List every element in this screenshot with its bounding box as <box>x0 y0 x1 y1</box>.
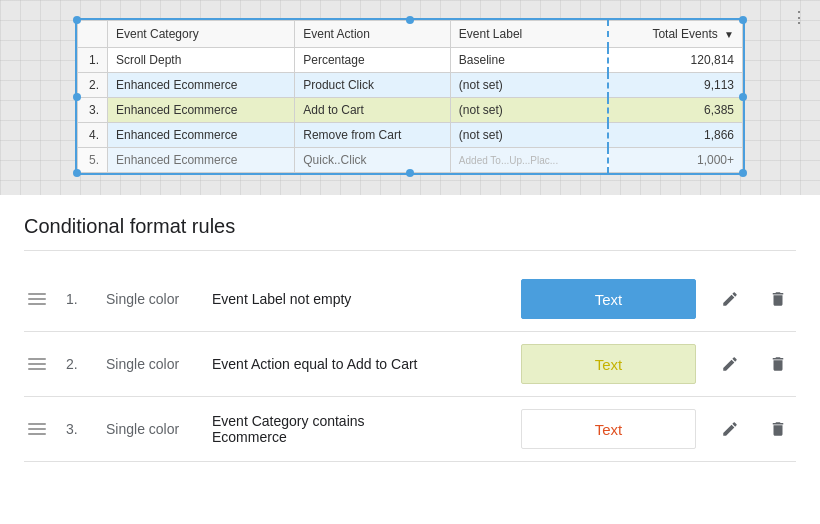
rule-actions-1 <box>712 281 796 317</box>
col-header-num <box>78 21 108 48</box>
drag-handle-2[interactable] <box>24 354 50 374</box>
delete-rule-2-button[interactable] <box>760 346 796 382</box>
drag-handle-1[interactable] <box>24 289 50 309</box>
trash-icon <box>769 290 787 308</box>
spreadsheet-preview: ⋮ Event Category Event Action Event Labe… <box>0 0 820 195</box>
sort-arrow-icon[interactable]: ▼ <box>724 29 734 40</box>
anchor-top-right[interactable] <box>739 16 747 24</box>
edit-rule-2-button[interactable] <box>712 346 748 382</box>
more-options-icon[interactable]: ⋮ <box>791 8 808 27</box>
rules-title: Conditional format rules <box>24 215 796 251</box>
trash-icon <box>769 355 787 373</box>
rules-section: Conditional format rules 1. Single color… <box>0 195 820 524</box>
rule-number-3: 3. <box>66 421 90 437</box>
rule-condition-3: Event Category contains Ecommerce <box>212 413 505 445</box>
rule-type-3: Single color <box>106 421 196 437</box>
rule-number-1: 1. <box>66 291 90 307</box>
rule-actions-3 <box>712 411 796 447</box>
rule-preview-2: Text <box>521 344 696 384</box>
anchor-mid-left[interactable] <box>73 93 81 101</box>
anchor-mid-right[interactable] <box>739 93 747 101</box>
edit-rule-3-button[interactable] <box>712 411 748 447</box>
rule-row-2: 2. Single color Event Action equal to Ad… <box>24 332 796 397</box>
rule-row-3: 3. Single color Event Category contains … <box>24 397 796 462</box>
rule-condition-1: Event Label not empty <box>212 291 505 307</box>
col-header-event-category: Event Category <box>108 21 295 48</box>
pencil-icon <box>721 355 739 373</box>
anchor-top-mid[interactable] <box>406 16 414 24</box>
rule-number-2: 2. <box>66 356 90 372</box>
rule-preview-1: Text <box>521 279 696 319</box>
trash-icon <box>769 420 787 438</box>
rule-type-1: Single color <box>106 291 196 307</box>
col-header-total-events: Total Events ▼ <box>608 21 742 48</box>
rule-row-1: 1. Single color Event Label not empty Te… <box>24 267 796 332</box>
col-header-event-label: Event Label <box>450 21 608 48</box>
data-table: Event Category Event Action Event Label … <box>75 18 745 175</box>
rule-preview-3: Text <box>521 409 696 449</box>
drag-handle-3[interactable] <box>24 419 50 439</box>
rule-condition-2: Event Action equal to Add to Cart <box>212 356 505 372</box>
pencil-icon <box>721 290 739 308</box>
table-row: 4. Enhanced Ecommerce Remove from Cart (… <box>78 123 743 148</box>
delete-rule-1-button[interactable] <box>760 281 796 317</box>
rule-type-2: Single color <box>106 356 196 372</box>
table-row: 3. Enhanced Ecommerce Add to Cart (not s… <box>78 98 743 123</box>
col-header-event-action: Event Action <box>295 21 451 48</box>
anchor-bottom-mid[interactable] <box>406 169 414 177</box>
anchor-top-left[interactable] <box>73 16 81 24</box>
table-row: 1. Scroll Depth Percentage Baseline 120,… <box>78 48 743 73</box>
rule-actions-2 <box>712 346 796 382</box>
anchor-bottom-right[interactable] <box>739 169 747 177</box>
pencil-icon <box>721 420 739 438</box>
delete-rule-3-button[interactable] <box>760 411 796 447</box>
anchor-bottom-left[interactable] <box>73 169 81 177</box>
edit-rule-1-button[interactable] <box>712 281 748 317</box>
table-row: 2. Enhanced Ecommerce Product Click (not… <box>78 73 743 98</box>
